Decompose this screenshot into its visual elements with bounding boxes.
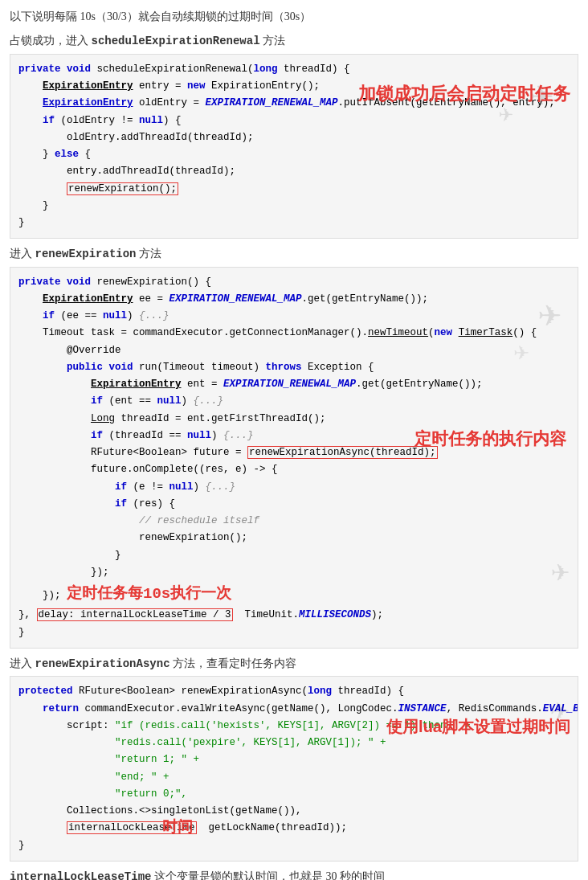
- code-block-2: ✈ ✈ ✈ private void renewExpiration() { E…: [10, 267, 578, 649]
- code-block-3: ✈ protected RFuture<Boolean> renewExpira…: [10, 676, 578, 862]
- code-block-3-wrapper: ✈ protected RFuture<Boolean> renewExpira…: [10, 676, 578, 862]
- section4-text: internalLockLeaseTime 这个变量是锁的默认时间，也就是 30…: [10, 868, 578, 880]
- code-block-1: ✈ ✈ private void scheduleExpirationRenew…: [10, 54, 578, 239]
- code-block-1-wrapper: ✈ ✈ private void scheduleExpirationRenew…: [10, 54, 578, 239]
- code-block-2-wrapper: ✈ ✈ ✈ private void renewExpiration() { E…: [10, 267, 578, 649]
- section2-heading: 进入 renewExpiration 方法: [10, 245, 578, 263]
- intro-text: 以下说明每隔 10s（30/3）就会自动续期锁的过期时间（30s）: [10, 8, 578, 26]
- page-container: 以下说明每隔 10s（30/3）就会自动续期锁的过期时间（30s） 占锁成功，进…: [0, 0, 588, 880]
- section1-heading: 占锁成功，进入 scheduleExpirationRenewal 方法: [10, 32, 578, 50]
- section3-heading: 进入 renewExpirationAsync 方法，查看定时任务内容: [10, 655, 578, 673]
